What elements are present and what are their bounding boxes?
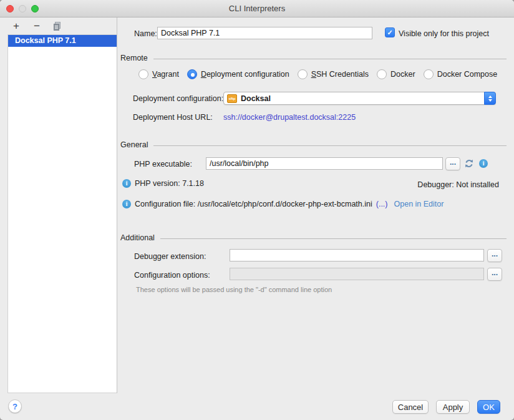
help-button[interactable]: ? [8, 399, 22, 413]
remote-section-header: Remote [120, 54, 507, 62]
info-icon: i [122, 200, 131, 208]
interpreter-list-item-selected[interactable]: Docksal PHP 7.1 [8, 35, 117, 47]
deployment-configuration-select[interactable]: sftp Docksal [223, 92, 496, 105]
section-rule [153, 145, 507, 146]
radio-circle-icon [424, 69, 434, 79]
php-executable-input[interactable] [206, 157, 443, 170]
cli-interpreters-dialog: CLI Interpreters + − Docksal PHP 7.1 Nam… [0, 0, 514, 420]
radio-ssh-credentials[interactable]: SSH Credentials [298, 69, 369, 79]
radio-selected-icon [187, 69, 197, 79]
name-label: Name: [134, 29, 157, 38]
copy-interpreter-icon[interactable] [51, 20, 64, 32]
window-title: CLI Interpreters [0, 0, 514, 17]
visible-only-label: Visible only for this project [399, 29, 489, 38]
deployment-configuration-value: Docksal [241, 94, 271, 103]
sidebar-divider [117, 17, 117, 393]
radio-docker[interactable]: Docker [377, 69, 415, 79]
visible-only-checkbox[interactable]: ✓ [385, 27, 395, 37]
radio-circle-icon [138, 69, 148, 79]
configuration-options-input[interactable] [230, 268, 484, 280]
reload-php-info-icon[interactable] [464, 159, 474, 168]
configuration-options-label: Configuration options: [134, 271, 210, 280]
radio-deployment-label: Deployment configuration [201, 70, 289, 79]
configuration-file-row: i Configuration file: /usr/local/etc/php… [122, 200, 444, 208]
deployment-host-url-label: Deployment Host URL: [133, 113, 213, 122]
remote-section-title: Remote [120, 54, 148, 62]
configuration-file-text: Configuration file: /usr/local/etc/php/c… [135, 200, 372, 208]
php-executable-label: PHP executable: [134, 160, 192, 168]
general-section-header: General [120, 140, 507, 149]
radio-deployment-configuration[interactable]: Deployment configuration [187, 69, 289, 79]
section-rule [160, 238, 507, 239]
add-interpreter-button[interactable]: + [10, 20, 22, 32]
deployment-host-url-link[interactable]: ssh://docker@drupaltest.docksal:2225 [223, 113, 356, 122]
apply-button[interactable]: Apply [436, 400, 470, 414]
show-full-path-link[interactable]: (...) [376, 200, 388, 208]
configuration-options-browse-button[interactable]: ... [487, 268, 502, 281]
checkmark-icon: ✓ [387, 29, 392, 37]
dropdown-stepper-icon[interactable] [484, 92, 496, 105]
php-version-text: PHP version: 7.1.18 [135, 179, 204, 188]
radio-circle-icon [298, 69, 308, 79]
remote-type-radio-group: Vagrant Deployment configuration SSH Cre… [138, 69, 514, 79]
general-section-title: General [120, 140, 148, 149]
open-in-editor-link[interactable]: Open in Editor [394, 200, 444, 208]
additional-section-title: Additional [120, 233, 155, 242]
remove-interpreter-button[interactable]: − [31, 20, 43, 32]
deployment-configuration-label: Deployment configuration: [133, 94, 223, 103]
additional-section-header: Additional [120, 233, 507, 242]
cancel-button[interactable]: Cancel [392, 400, 429, 414]
radio-vagrant[interactable]: Vagrant [138, 69, 179, 79]
radio-vagrant-label: Vagrant [152, 70, 179, 79]
debugger-status-text: Debugger: Not installed [417, 180, 499, 189]
radio-docker-label: Docker [390, 70, 415, 79]
php-version-row: i PHP version: 7.1.18 [122, 179, 204, 188]
radio-docker-compose-label: Docker Compose [437, 70, 498, 79]
radio-ssh-label: SSH Credentials [311, 70, 369, 79]
interpreter-list: Docksal PHP 7.1 [7, 34, 117, 393]
title-bar: CLI Interpreters [0, 0, 514, 17]
debugger-extension-browse-button[interactable]: ... [487, 249, 502, 262]
ok-button[interactable]: OK [477, 400, 500, 414]
php-executable-browse-button[interactable]: ... [445, 157, 460, 170]
php-executable-info-icon[interactable]: i [479, 159, 488, 168]
info-icon: i [122, 179, 131, 188]
interpreter-list-toolbar: + − [10, 19, 64, 33]
name-input[interactable] [157, 27, 372, 39]
radio-docker-compose[interactable]: Docker Compose [424, 69, 498, 79]
section-rule [153, 59, 507, 59]
options-note: These options will be passed using the "… [136, 286, 332, 293]
debugger-extension-input[interactable] [230, 249, 484, 261]
radio-circle-icon [377, 69, 387, 79]
sftp-icon: sftp [227, 94, 237, 103]
debugger-extension-label: Debugger extension: [134, 252, 206, 261]
